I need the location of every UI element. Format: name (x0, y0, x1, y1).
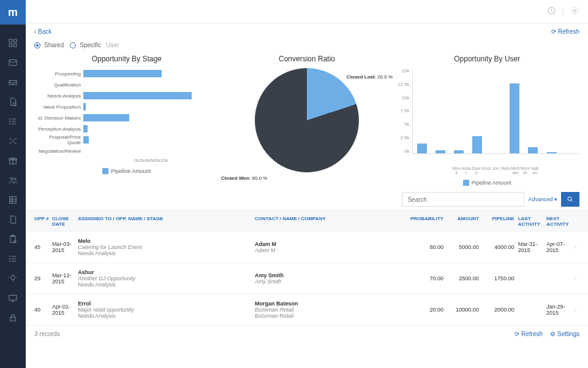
nav-lock-icon[interactable] (0, 308, 26, 328)
svg-point-41 (568, 197, 571, 201)
radio-shared[interactable] (34, 42, 40, 48)
nav-dashboard-icon[interactable] (0, 33, 26, 53)
topbar: | (26, 0, 588, 23)
record-count: 3 records (34, 331, 60, 337)
chart-opportunity-by-stage: Opportunity By Stage ProspectingQualific… (34, 55, 219, 186)
nav-users-icon[interactable] (0, 171, 26, 190)
svg-rect-3 (13, 44, 17, 47)
nav-list-icon[interactable] (0, 112, 26, 131)
nav-mail-icon[interactable] (0, 53, 26, 72)
svg-point-29 (10, 261, 10, 261)
nav-table-icon[interactable] (0, 190, 26, 210)
vbar-col (547, 152, 557, 153)
filter-user-label: User (106, 42, 119, 48)
nav-file-icon[interactable] (0, 210, 26, 229)
clock-icon[interactable] (547, 6, 556, 17)
hbar-row: Prospecting (34, 68, 219, 79)
svg-point-9 (10, 121, 10, 121)
advanced-link[interactable]: Advanced ▾ (528, 196, 557, 202)
nav-tasks-icon[interactable] (0, 249, 26, 269)
table-row[interactable]: 40 Apr-01-2015 ErrolMajor retail opportu… (26, 294, 588, 326)
chart-title: Opportunity By Stage (92, 55, 162, 63)
filter-specific-label: Specific (80, 42, 101, 48)
table-footer: 3 records ⟳ Refresh ⚙ Settings (26, 326, 588, 342)
nav-shuffle-icon[interactable] (0, 131, 26, 151)
nav-gift-icon[interactable] (0, 151, 26, 171)
vbar-col (472, 136, 482, 153)
svg-rect-4 (9, 59, 17, 65)
vbar-col (435, 150, 445, 153)
hbar-row: Proposal/Price Quote (34, 134, 219, 145)
filter-row: Shared Specific User (26, 39, 588, 55)
chart-opportunity-by-user: Opportunity By User 15k12.5k10k7.5k5k2.5… (395, 55, 579, 186)
nav-clipboard-icon[interactable] (0, 229, 26, 249)
svg-point-16 (10, 177, 13, 180)
pie-chart (255, 68, 359, 172)
th-close[interactable]: CLOSE DATE (52, 216, 78, 227)
chevron-right-icon[interactable]: › (571, 244, 579, 250)
hbar-row: Id. Decision Makers (34, 112, 219, 123)
svg-rect-38 (10, 317, 15, 321)
table-header: OPP # CLOSE DATE ASSIGNED TO / OPP. NAME… (26, 211, 588, 232)
pie-label-lost: Closed Lost: 20.0 % (347, 74, 393, 80)
nav-idea-icon[interactable] (0, 269, 26, 288)
th-pipe[interactable]: PIPELINE (479, 216, 514, 227)
svg-point-25 (10, 256, 10, 256)
vbar-col (528, 147, 538, 153)
radio-specific[interactable] (70, 42, 76, 48)
search-button[interactable] (561, 192, 579, 207)
svg-rect-36 (9, 295, 17, 300)
th-amount[interactable]: AMOUNT (443, 216, 479, 227)
svg-point-31 (11, 275, 15, 280)
svg-rect-0 (9, 39, 12, 42)
nav-inbox-icon[interactable] (0, 72, 26, 92)
nav-doc-check-icon[interactable] (0, 92, 26, 112)
svg-point-7 (10, 118, 10, 119)
chevron-right-icon[interactable]: › (571, 307, 579, 313)
table-row[interactable]: 29 Mar-12-2015 AshurAnother DJ Opportuni… (26, 263, 588, 294)
svg-line-42 (571, 201, 573, 202)
table-row[interactable]: 45 Mar-03-2015 MeloCatering for Launch E… (26, 232, 588, 263)
th-prob[interactable]: PROBABILITY (408, 216, 443, 227)
svg-rect-1 (13, 39, 17, 42)
gear-icon[interactable] (570, 6, 579, 17)
main: | ‹ Back ⟳ Refresh Shared Specific User … (26, 0, 588, 368)
th-next[interactable]: NEXT ACTIVITY (543, 216, 571, 227)
filter-shared-label: Shared (44, 42, 64, 48)
th-assigned[interactable]: ASSIGNED TO / OPP. NAME / STAGE (78, 216, 255, 227)
vbar-col (417, 144, 427, 153)
svg-rect-2 (9, 44, 12, 47)
hbar-row: Qualification (34, 79, 219, 90)
chart-title: Opportunity By User (454, 55, 520, 63)
refresh-link[interactable]: ⟳ Refresh (551, 28, 579, 35)
svg-point-27 (10, 258, 10, 259)
pie-label-won: Closed Won: 80.0 % (221, 175, 267, 181)
sidebar: m (0, 0, 26, 368)
legend-label: Pipeline Amount (111, 168, 151, 174)
th-contact[interactable]: CONTACT / NAME / COMPANY (255, 216, 408, 227)
footer-settings[interactable]: ⚙ Settings (550, 331, 579, 337)
th-opp[interactable]: OPP # (34, 216, 52, 227)
opportunities-table: OPP # CLOSE DATE ASSIGNED TO / OPP. NAME… (26, 210, 588, 326)
legend-swatch (463, 180, 469, 186)
logo: m (0, 0, 26, 25)
svg-point-40 (574, 10, 576, 12)
svg-rect-18 (10, 197, 17, 204)
hbar-row: Needs Analysis (34, 90, 219, 101)
search-input[interactable] (402, 192, 524, 207)
svg-rect-22 (10, 236, 15, 243)
th-last[interactable]: LAST ACTIVITY (514, 216, 543, 227)
legend-swatch (102, 168, 108, 174)
chevron-right-icon[interactable]: › (571, 275, 579, 282)
back-link[interactable]: ‹ Back (34, 28, 51, 35)
hbar-row: Negotiation/Review (34, 145, 219, 156)
legend-label: Pipeline Amount (472, 180, 511, 186)
footer-refresh[interactable]: ⟳ Refresh (514, 331, 543, 337)
svg-point-11 (10, 123, 10, 124)
svg-rect-5 (9, 80, 17, 85)
svg-point-17 (14, 178, 16, 180)
hbar-row: Value Proposition (34, 101, 219, 112)
vbar-col (510, 83, 519, 153)
hbar-row: Perception Analysis (34, 123, 219, 134)
nav-screen-icon[interactable] (0, 288, 26, 308)
